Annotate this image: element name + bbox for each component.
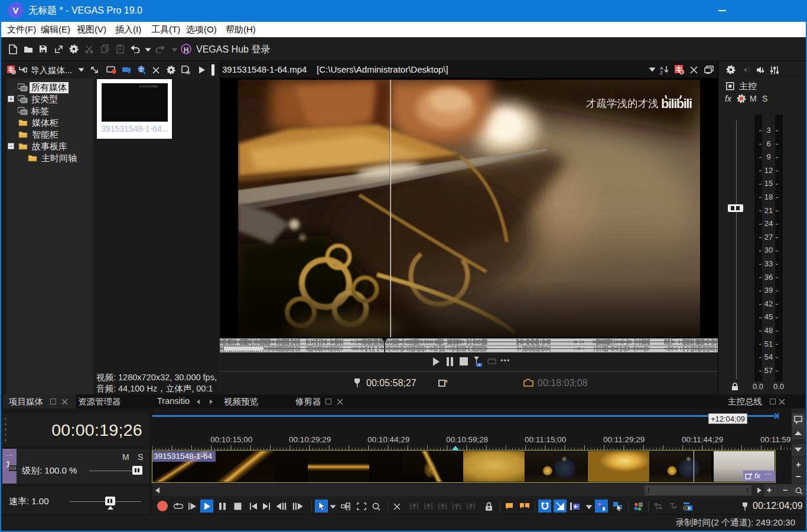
svg-text:24: 24 <box>764 219 773 228</box>
svg-text:Z: Z <box>660 70 663 74</box>
svg-text:fx: fx <box>186 70 191 75</box>
svg-text:48: 48 <box>764 326 773 335</box>
svg-text:51: 51 <box>764 340 773 348</box>
svg-text:6: 6 <box>766 139 770 148</box>
svg-text:33: 33 <box>764 259 773 268</box>
svg-text:45: 45 <box>764 312 773 321</box>
svg-text:30: 30 <box>764 246 773 254</box>
svg-text:36: 36 <box>764 273 773 282</box>
svg-text:39: 39 <box>764 286 773 295</box>
svg-text:12: 12 <box>764 166 773 175</box>
svg-text:27: 27 <box>764 233 773 241</box>
svg-text:57: 57 <box>764 366 773 375</box>
svg-text:9: 9 <box>766 152 770 161</box>
svg-text:才疏学浅的才浅: 才疏学浅的才浅 <box>586 97 659 109</box>
svg-text:42: 42 <box>764 299 773 308</box>
svg-text:18: 18 <box>764 192 773 201</box>
svg-text:15: 15 <box>764 179 773 188</box>
svg-text:54: 54 <box>764 353 773 361</box>
svg-text:21: 21 <box>764 206 773 215</box>
svg-text:3: 3 <box>766 126 770 135</box>
svg-text:bilibili: bilibili <box>661 96 692 111</box>
